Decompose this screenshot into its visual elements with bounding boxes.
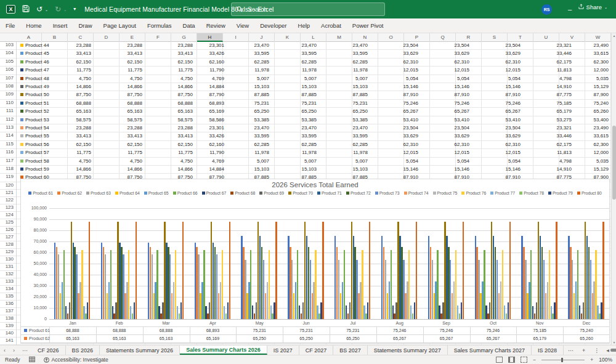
value-cell[interactable]: 33,629 (436, 51, 469, 56)
value-cell[interactable]: 87,750 (58, 92, 91, 97)
value-cell[interactable]: 14,910 (538, 84, 572, 89)
column-header-T[interactable]: T (508, 33, 533, 42)
value-cell[interactable]: 65,250 (236, 108, 269, 114)
product-label-cell[interactable]: Product 59 (20, 166, 49, 172)
ribbon-tab-help[interactable]: Help (293, 18, 316, 33)
value-cell[interactable]: 87,775 (538, 92, 572, 97)
sheet-tab-sales-summary-charts-2026[interactable]: Sales Summary Charts 2026 (180, 346, 267, 355)
table-row[interactable]: 112Product 5358,57558,57558,57558,58653,… (0, 116, 611, 124)
value-cell[interactable]: 23,504 (487, 125, 521, 131)
value-cell[interactable]: 33,446 (538, 51, 572, 56)
value-cell[interactable]: 4,798 (538, 76, 572, 81)
page-layout-view-icon[interactable] (508, 357, 515, 363)
value-cell[interactable]: 87,885 (334, 92, 368, 97)
value-cell[interactable]: 65,163 (109, 108, 142, 114)
value-cell[interactable]: 11,813 (538, 150, 572, 155)
legend-item[interactable]: Product 69 (259, 191, 284, 195)
value-cell[interactable]: 33,413 (58, 133, 91, 139)
value-cell[interactable]: 11,813 (538, 67, 572, 73)
product-label-cell[interactable]: Product 48 (20, 76, 49, 81)
sheet-options-icon[interactable]: ⋮ (590, 346, 604, 355)
value-cell[interactable]: 33,413 (160, 51, 193, 56)
column-header-M[interactable]: M (326, 33, 352, 42)
value-cell[interactable]: 14,866 (58, 166, 91, 172)
value-cell[interactable]: 12,015 (385, 150, 418, 155)
column-header-F[interactable]: F (145, 33, 171, 42)
value-cell[interactable]: 23,470 (236, 125, 269, 131)
legend-item[interactable]: Product 70 (288, 191, 313, 195)
value-cell[interactable]: 33,413 (109, 133, 142, 139)
ribbon-tab-insert[interactable]: Insert (47, 18, 73, 33)
value-cell[interactable]: 33,595 (334, 51, 368, 56)
table-row[interactable]: 118Product 5914,86614,86614,86614,88415,… (0, 166, 611, 174)
value-cell[interactable]: 5,007 (236, 76, 269, 81)
more-sheets-icon[interactable]: ⋯ (564, 346, 578, 355)
value-cell[interactable]: 23,504 (436, 125, 469, 131)
product-label-cell[interactable]: Product 56 (20, 142, 49, 147)
value-cell[interactable]: 23,470 (334, 42, 368, 48)
value-cell[interactable]: 33,595 (334, 133, 368, 139)
table-row[interactable]: 117Product 584,7504,7504,7504,7695,0075,… (0, 158, 611, 166)
value-cell[interactable]: 62,150 (160, 59, 193, 65)
value-cell[interactable]: 33,595 (236, 51, 269, 56)
value-cell[interactable]: 4,750 (160, 158, 193, 164)
zoom-slider-thumb[interactable] (561, 358, 563, 362)
legend-item[interactable]: Product 72 (346, 191, 371, 195)
row-number[interactable]: 103 (0, 42, 14, 47)
legend-item[interactable]: Product 73 (375, 191, 400, 195)
value-cell[interactable]: 87,885 (283, 92, 317, 97)
value-cell[interactable]: 4,769 (191, 76, 224, 81)
accessibility-status[interactable]: Accessibility: Investigate (44, 357, 108, 363)
row-number[interactable]: 107 (0, 75, 14, 81)
value-cell[interactable]: 5,007 (236, 158, 269, 164)
value-cell[interactable]: 62,310 (487, 142, 521, 147)
value-cell[interactable]: 65,163 (58, 108, 91, 114)
product-label-cell[interactable]: Product 53 (20, 117, 49, 123)
value-cell[interactable]: 12,015 (487, 67, 521, 73)
row-number[interactable]: 106 (0, 67, 14, 72)
value-cell[interactable]: 23,470 (283, 42, 317, 48)
sheet-tab-cf-2027[interactable]: CF 2027 (299, 346, 334, 355)
value-cell[interactable]: 12,015 (385, 67, 418, 73)
ribbon-tab-page-layout[interactable]: Page Layout (98, 18, 142, 33)
row-number[interactable]: 112 (0, 116, 14, 122)
value-cell[interactable]: 62,160 (191, 59, 224, 65)
legend-item[interactable]: Product 63 (86, 191, 111, 195)
value-cell[interactable]: 11,790 (191, 150, 224, 155)
normal-view-icon[interactable] (496, 357, 503, 363)
row-number[interactable]: 115 (0, 141, 14, 147)
value-cell[interactable]: 5,054 (436, 158, 469, 164)
column-header-K[interactable]: K (275, 33, 301, 42)
value-cell[interactable]: 11,978 (236, 67, 269, 73)
row-number[interactable]: 123 (0, 204, 14, 210)
new-sheet-button[interactable]: + (578, 346, 590, 355)
value-cell[interactable]: 5,007 (283, 76, 317, 81)
table-row[interactable]: 113Product 5423,28823,28823,28823,30123,… (0, 124, 611, 132)
value-cell[interactable]: 53,410 (385, 117, 418, 123)
horizontal-scrollbar[interactable]: ◀ ▶ (606, 346, 616, 355)
row-number[interactable]: 121 (0, 190, 14, 195)
value-cell[interactable]: 15,103 (236, 84, 269, 89)
legend-item[interactable]: Product 67 (202, 191, 227, 195)
column-header-J[interactable]: J (249, 33, 275, 42)
value-cell[interactable]: 75,246 (436, 100, 469, 106)
search-box[interactable] (231, 2, 385, 16)
zoom-out-icon[interactable]: − (533, 357, 536, 363)
value-cell[interactable]: 14,910 (538, 166, 572, 172)
product-label-cell[interactable]: Product 47 (20, 67, 49, 73)
value-cell[interactable]: 65,169 (191, 108, 224, 114)
value-cell[interactable]: 33,426 (191, 51, 224, 56)
value-cell[interactable]: 15,146 (385, 84, 418, 89)
table-row[interactable]: 105Product 4662,15062,15062,15062,16062,… (0, 59, 611, 67)
row-number[interactable]: 130 (0, 256, 14, 262)
customize-qat-icon[interactable]: ▾ (73, 7, 76, 12)
value-cell[interactable]: 87,910 (487, 92, 521, 97)
value-cell[interactable]: 62,285 (334, 142, 368, 147)
legend-item[interactable]: Product 76 (461, 191, 486, 195)
sheet-tab-bs-2027[interactable]: BS 2027 (333, 346, 368, 355)
legend-item[interactable]: Product 77 (490, 191, 515, 195)
value-cell[interactable]: 62,285 (334, 59, 368, 65)
value-cell[interactable]: 5,007 (334, 158, 368, 164)
value-cell[interactable]: 23,288 (58, 125, 91, 131)
row-number[interactable]: 105 (0, 59, 14, 64)
